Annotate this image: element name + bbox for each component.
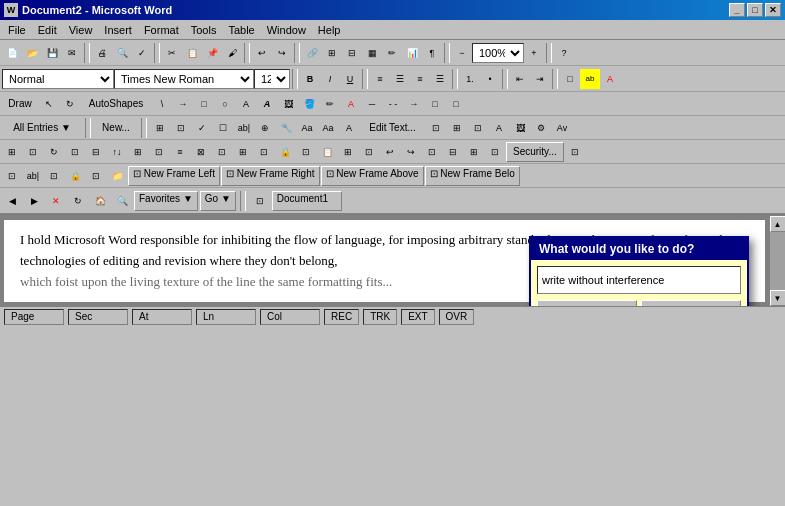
nav-stop-btn[interactable]: ✕ bbox=[46, 191, 66, 211]
print-preview-btn[interactable]: 🔍 bbox=[112, 43, 132, 63]
r5-btn19[interactable]: ↩ bbox=[380, 142, 400, 162]
line-style-btn[interactable]: ─ bbox=[362, 94, 382, 114]
arrow-style-btn[interactable]: → bbox=[404, 94, 424, 114]
align-left-btn[interactable]: ≡ bbox=[370, 69, 390, 89]
r4-btn9[interactable]: Aa bbox=[318, 118, 338, 138]
security-btn[interactable]: Security... bbox=[506, 142, 564, 162]
r5-btn14[interactable]: 🔒 bbox=[275, 142, 295, 162]
r4-btn15[interactable]: 🖼 bbox=[510, 118, 530, 138]
highlight-btn[interactable]: ab bbox=[580, 69, 600, 89]
nav-search-btn[interactable]: 🔍 bbox=[112, 191, 132, 211]
zoom-in-btn[interactable]: + bbox=[524, 43, 544, 63]
show-hide-btn[interactable]: ¶ bbox=[422, 43, 442, 63]
decrease-indent-btn[interactable]: ⇤ bbox=[510, 69, 530, 89]
r4-btn2[interactable]: ⊡ bbox=[171, 118, 191, 138]
minimize-button[interactable]: _ bbox=[729, 3, 745, 17]
r5-btn21[interactable]: ⊡ bbox=[422, 142, 442, 162]
r4-btn4[interactable]: ☐ bbox=[213, 118, 233, 138]
frame-r6-btn6[interactable]: 📁 bbox=[107, 166, 127, 186]
frame-prev-btn[interactable]: ⊡ bbox=[2, 166, 22, 186]
r4-btn17[interactable]: Av bbox=[552, 118, 572, 138]
menu-window[interactable]: Window bbox=[261, 22, 312, 38]
menu-table[interactable]: Table bbox=[222, 22, 260, 38]
menu-file[interactable]: File bbox=[2, 22, 32, 38]
font-color-btn[interactable]: A bbox=[600, 69, 620, 89]
paste-btn[interactable]: 📌 bbox=[202, 43, 222, 63]
vertical-scrollbar[interactable]: ▲ ▼ bbox=[769, 216, 785, 306]
r5-btn8[interactable]: ⊡ bbox=[149, 142, 169, 162]
r4-btn12[interactable]: ⊞ bbox=[447, 118, 467, 138]
r5-btn20[interactable]: ↪ bbox=[401, 142, 421, 162]
spell-btn[interactable]: ✓ bbox=[132, 43, 152, 63]
rotate-btn[interactable]: ↻ bbox=[60, 94, 80, 114]
textbox-btn[interactable]: A bbox=[236, 94, 256, 114]
oval-btn[interactable]: ○ bbox=[215, 94, 235, 114]
r5-btn23[interactable]: ⊞ bbox=[464, 142, 484, 162]
r5-btn5[interactable]: ⊟ bbox=[86, 142, 106, 162]
scroll-track[interactable] bbox=[770, 232, 785, 290]
font-color-draw-btn[interactable]: A bbox=[341, 94, 361, 114]
r4-btn14[interactable]: A bbox=[489, 118, 509, 138]
r5-btn25[interactable]: ⊡ bbox=[565, 142, 585, 162]
print-btn[interactable]: 🖨 bbox=[92, 43, 112, 63]
bullets-btn[interactable]: • bbox=[480, 69, 500, 89]
r5-btn22[interactable]: ⊟ bbox=[443, 142, 463, 162]
r5-btn9[interactable]: ≡ bbox=[170, 142, 190, 162]
insert-table-btn[interactable]: ⊞ bbox=[322, 43, 342, 63]
increase-indent-btn[interactable]: ⇥ bbox=[530, 69, 550, 89]
document-map-btn[interactable]: 📊 bbox=[402, 43, 422, 63]
cut-btn[interactable]: ✂ bbox=[162, 43, 182, 63]
menu-format[interactable]: Format bbox=[138, 22, 185, 38]
zoom-out-btn[interactable]: − bbox=[452, 43, 472, 63]
rect-btn[interactable]: □ bbox=[194, 94, 214, 114]
fill-color-btn[interactable]: 🪣 bbox=[299, 94, 319, 114]
r5-btn24[interactable]: ⊡ bbox=[485, 142, 505, 162]
r5-btn6[interactable]: ↑↓ bbox=[107, 142, 127, 162]
r4-btn8[interactable]: Aa bbox=[297, 118, 317, 138]
insert-excel-btn[interactable]: ⊟ bbox=[342, 43, 362, 63]
edit-text-btn[interactable]: Edit Text... bbox=[360, 118, 425, 138]
r5-btn4[interactable]: ⊡ bbox=[65, 142, 85, 162]
drawing-btn[interactable]: ✏ bbox=[382, 43, 402, 63]
nav-icon1[interactable]: ⊡ bbox=[250, 191, 270, 211]
all-entries-btn[interactable]: All Entries ▼ bbox=[2, 118, 82, 138]
r5-btn3[interactable]: ↻ bbox=[44, 142, 64, 162]
new-frame-below-btn[interactable]: ⊡ New Frame Belo bbox=[425, 166, 520, 186]
help-search-input[interactable] bbox=[537, 266, 741, 294]
line-btn[interactable]: \ bbox=[152, 94, 172, 114]
insert-link-btn[interactable]: 🔗 bbox=[302, 43, 322, 63]
zoom-dropdown[interactable]: 100% bbox=[472, 43, 524, 63]
menu-insert[interactable]: Insert bbox=[98, 22, 138, 38]
new-frame-right-btn[interactable]: ⊡ New Frame Right bbox=[221, 166, 320, 186]
wordart-btn[interactable]: A bbox=[257, 94, 277, 114]
help-options-btn[interactable]: Options bbox=[537, 300, 637, 306]
align-center-btn[interactable]: ☰ bbox=[390, 69, 410, 89]
frame-r6-btn5[interactable]: ⊡ bbox=[86, 166, 106, 186]
r5-btn1[interactable]: ⊞ bbox=[2, 142, 22, 162]
r5-btn11[interactable]: ⊡ bbox=[212, 142, 232, 162]
r5-btn18[interactable]: ⊡ bbox=[359, 142, 379, 162]
justify-btn[interactable]: ☰ bbox=[430, 69, 450, 89]
line-color-btn[interactable]: ✏ bbox=[320, 94, 340, 114]
select-tool-btn[interactable]: ↖ bbox=[39, 94, 59, 114]
italic-btn[interactable]: I bbox=[320, 69, 340, 89]
nav-refresh-btn[interactable]: ↻ bbox=[68, 191, 88, 211]
underline-btn[interactable]: U bbox=[340, 69, 360, 89]
undo-btn[interactable]: ↩ bbox=[252, 43, 272, 63]
scroll-down-btn[interactable]: ▼ bbox=[770, 290, 786, 306]
r4-btn13[interactable]: ⊡ bbox=[468, 118, 488, 138]
copy-btn[interactable]: 📋 bbox=[182, 43, 202, 63]
columns-btn[interactable]: ▦ bbox=[362, 43, 382, 63]
favorites-btn[interactable]: Favorites ▼ bbox=[134, 191, 198, 211]
nav-forward-btn[interactable]: ▶ bbox=[24, 191, 44, 211]
size-dropdown[interactable]: 12 bbox=[254, 69, 290, 89]
r4-btn10[interactable]: A bbox=[339, 118, 359, 138]
r4-btn1[interactable]: ⊞ bbox=[150, 118, 170, 138]
save-btn[interactable]: 💾 bbox=[42, 43, 62, 63]
bold-btn[interactable]: B bbox=[300, 69, 320, 89]
clipart-btn[interactable]: 🖼 bbox=[278, 94, 298, 114]
redo-btn[interactable]: ↪ bbox=[272, 43, 292, 63]
open-btn[interactable]: 📂 bbox=[22, 43, 42, 63]
menu-view[interactable]: View bbox=[63, 22, 99, 38]
draw-label[interactable]: Draw bbox=[2, 94, 38, 114]
